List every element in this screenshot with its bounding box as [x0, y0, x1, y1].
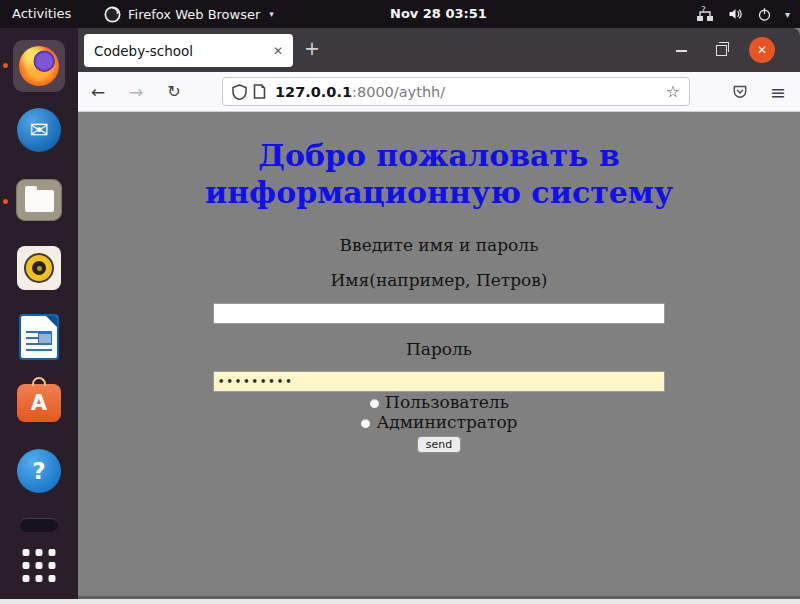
- web-page: Добро пожаловать в информационную систем…: [78, 112, 800, 597]
- radio-admin-label: Администратор: [376, 412, 517, 432]
- screen-bottom-edge: [0, 599, 800, 604]
- radio-admin[interactable]: [360, 418, 371, 429]
- name-input[interactable]: [213, 303, 665, 324]
- dock-item-help[interactable]: ?: [17, 449, 61, 493]
- url-path: :8000/aythh/: [352, 84, 445, 100]
- url-text: 127.0.0.1:8000/aythh/: [275, 84, 666, 100]
- software-handle: [32, 377, 46, 386]
- tab-codeby-school[interactable]: Codeby-school ✕: [84, 34, 293, 67]
- page-title-line2: информационную систему: [78, 174, 800, 211]
- password-label: Пароль: [78, 339, 800, 359]
- dock-item-files[interactable]: [16, 179, 62, 221]
- rhythmbox-icon: [24, 253, 54, 283]
- tab-title: Codeby-school: [94, 43, 267, 59]
- minimized-window-pill[interactable]: [20, 518, 58, 532]
- show-applications-button[interactable]: [23, 549, 56, 582]
- gnome-top-panel: Activities Firefox Web Browser ▾ Nov 28 …: [0, 0, 800, 28]
- files-running-dot: [3, 199, 8, 204]
- power-icon: [757, 7, 772, 22]
- url-domain: 127.0.0.1: [275, 84, 352, 100]
- firefox-running-dot: [3, 63, 8, 68]
- page-title: Добро пожаловать в информационную систем…: [78, 137, 800, 211]
- svg-text:?: ?: [701, 6, 706, 15]
- intro-text: Введите имя и пароль: [78, 235, 800, 255]
- help-icon: ?: [32, 458, 45, 484]
- dock-item-ubuntu-software[interactable]: A: [17, 384, 61, 422]
- close-button[interactable]: ✕: [749, 37, 775, 63]
- caret-down-icon: ▾: [785, 9, 790, 20]
- role-option-admin: Администратор: [78, 413, 800, 432]
- system-status-area[interactable]: ? ▾: [696, 0, 790, 28]
- name-label: Имя(например, Петров): [78, 270, 800, 290]
- shield-icon[interactable]: [232, 84, 247, 100]
- page-title-line1: Добро пожаловать в: [78, 137, 800, 174]
- password-input[interactable]: [213, 371, 665, 392]
- restore-button[interactable]: [716, 45, 727, 56]
- volume-icon: [727, 6, 744, 22]
- titlebar: Codeby-school ✕ + ✕: [78, 28, 800, 72]
- ubuntu-software-icon: A: [31, 393, 47, 414]
- firefox-window: Codeby-school ✕ + ✕ ← → ↻ 127.0.0.1:8000…: [78, 28, 800, 598]
- firefox-icon: [19, 46, 59, 86]
- clock[interactable]: Nov 28 03:51: [390, 0, 487, 28]
- tab-close-icon[interactable]: ✕: [273, 44, 283, 58]
- dock-item-thunderbird[interactable]: ✉: [17, 108, 61, 152]
- pocket-icon[interactable]: [731, 83, 749, 100]
- forward-button[interactable]: →: [127, 82, 145, 102]
- role-option-user: Пользователь: [78, 393, 800, 412]
- activities-button[interactable]: Activities: [12, 0, 71, 28]
- writer-image-glyph: [38, 333, 52, 344]
- dock-item-firefox[interactable]: [13, 40, 65, 92]
- reload-button[interactable]: ↻: [165, 82, 183, 101]
- focused-app-menu[interactable]: Firefox Web Browser ▾: [104, 0, 274, 28]
- thunderbird-icon: ✉: [29, 119, 48, 142]
- dock-item-rhythmbox[interactable]: [17, 246, 61, 290]
- network-question-icon: ?: [696, 6, 714, 22]
- navigation-toolbar: ← → ↻ 127.0.0.1:8000/aythh/ ☆ ≡: [78, 72, 800, 112]
- url-bar[interactable]: 127.0.0.1:8000/aythh/ ☆: [222, 77, 690, 106]
- ubuntu-dock: ✉ A ?: [0, 28, 78, 599]
- send-button[interactable]: send: [417, 436, 461, 453]
- app-menu-label: Firefox Web Browser: [128, 7, 260, 22]
- bookmark-star-icon[interactable]: ☆: [666, 82, 680, 101]
- dock-item-libreoffice-writer[interactable]: [19, 314, 59, 360]
- back-button[interactable]: ←: [89, 82, 107, 102]
- desktop-screen: Activities Firefox Web Browser ▾ Nov 28 …: [0, 0, 800, 604]
- page-icon: [253, 84, 266, 99]
- menu-hamburger-icon[interactable]: ≡: [770, 81, 786, 103]
- new-tab-button[interactable]: +: [304, 37, 320, 59]
- files-icon: [25, 190, 54, 212]
- firefox-mono-icon: [104, 6, 121, 23]
- caret-down-icon: ▾: [269, 9, 274, 19]
- minimize-button[interactable]: [676, 50, 687, 52]
- radio-user-label: Пользователь: [385, 392, 509, 412]
- radio-user[interactable]: [369, 398, 380, 409]
